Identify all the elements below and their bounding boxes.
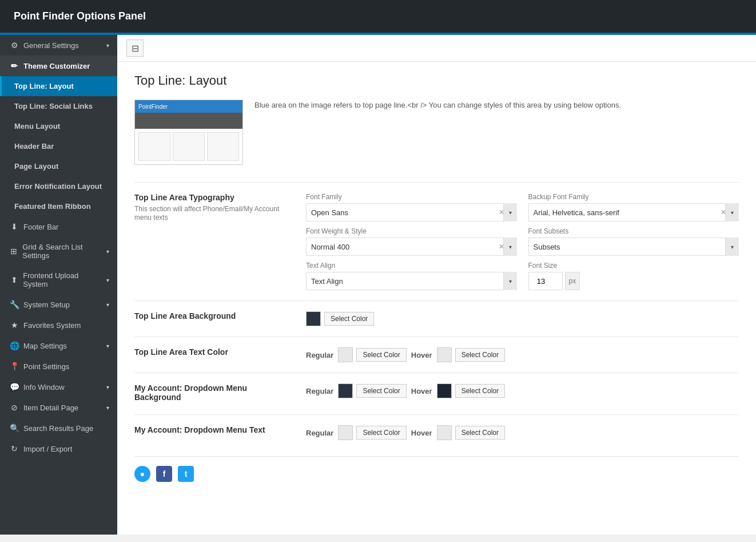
- footer-twitter-icon[interactable]: t: [178, 466, 194, 482]
- background-select-color-btn[interactable]: Select Color: [324, 312, 374, 326]
- sidebar-item-grid-search[interactable]: ⊞ Grid & Search List Settings ▾: [0, 237, 117, 266]
- font-family-clear[interactable]: ✕: [499, 208, 504, 216]
- font-subsets-select-wrapper: Subsets ▾: [528, 238, 739, 256]
- download-icon: ⬇: [10, 222, 19, 231]
- sidebar-item-map-settings[interactable]: 🌐 Map Settings ▾: [0, 335, 117, 356]
- dropdown-text-controls: Regular Select Color Hover Select Color: [306, 425, 739, 440]
- preview-content: [135, 129, 242, 164]
- font-subsets-select[interactable]: Subsets: [528, 238, 739, 256]
- background-color-row: Select Color: [306, 311, 739, 326]
- sidebar-item-label: Favorites System: [23, 321, 81, 330]
- font-family-select-wrapper: Open Sans ✕ ▾: [306, 203, 517, 221]
- sidebar-item-top-line-layout[interactable]: Top Line: Layout: [0, 76, 117, 96]
- sidebar: ⚙ General Settings ▾ ✏ Theme Customizer …: [0, 35, 117, 535]
- sidebar-item-search-results-page[interactable]: 🔍 Search Results Page: [0, 418, 117, 438]
- dropdown-bg-hover-label: Hover: [411, 387, 432, 395]
- background-controls: Select Color: [306, 311, 739, 326]
- preview-topbar: PointFinder: [135, 100, 242, 113]
- sidebar-item-label: Item Detail Page: [23, 403, 78, 412]
- sidebar-item-error-notification[interactable]: Error Notification Layout: [0, 176, 117, 196]
- text-color-title: Top Line Area Text Color: [134, 347, 295, 357]
- text-align-select-wrapper: Text Align ▾: [306, 272, 517, 290]
- background-color-btn[interactable]: Select Color: [306, 311, 374, 326]
- text-hover-select-btn[interactable]: Select Color: [455, 348, 505, 362]
- chevron-down-icon: ▾: [106, 248, 109, 255]
- sidebar-item-import-export[interactable]: ↻ Import / Export: [0, 438, 117, 459]
- font-family-select[interactable]: Open Sans: [306, 203, 517, 221]
- sidebar-item-label: Page Layout: [14, 162, 58, 171]
- sidebar-item-header-bar[interactable]: Header Bar: [0, 136, 117, 156]
- font-weight-clear[interactable]: ✕: [499, 243, 504, 251]
- dropdown-bg-hover-btn[interactable]: Select Color: [437, 383, 505, 398]
- chevron-down-icon: ▾: [106, 302, 109, 308]
- chat-icon: 💬: [10, 382, 19, 391]
- dropdown-bg-regular-label: Regular: [306, 387, 333, 395]
- gear-icon: ⚙: [10, 41, 19, 50]
- text-color-section: Top Line Area Text Color Regular Select …: [134, 337, 739, 373]
- pin-icon: 📍: [10, 362, 19, 371]
- font-size-input[interactable]: [528, 272, 563, 290]
- sidebar-item-label: Footer Bar: [23, 223, 58, 231]
- star-icon: ★: [10, 321, 19, 330]
- text-color-row: Regular Select Color Hover Select Color: [306, 347, 739, 362]
- sidebar-item-label: Featured Item Ribbon: [14, 202, 91, 211]
- text-align-group: Text Align Text Align ▾: [306, 262, 517, 290]
- dropdown-bg-regular-select-btn[interactable]: Select Color: [356, 384, 406, 398]
- sidebar-item-frontend-upload[interactable]: ⬆ Frontend Upload System ▾: [0, 266, 117, 294]
- sidebar-item-label: Header Bar: [14, 142, 54, 151]
- text-color-hover-btn[interactable]: Select Color: [437, 347, 505, 362]
- sidebar-item-label: Frontend Upload System: [23, 271, 102, 288]
- backup-font-clear[interactable]: ✕: [721, 208, 726, 216]
- footer-circle-icon[interactable]: ●: [134, 466, 150, 482]
- sidebar-item-general-settings[interactable]: ⚙ General Settings ▾: [0, 35, 117, 56]
- dropdown-bg-regular-btn[interactable]: Select Color: [338, 383, 406, 398]
- sidebar-item-page-layout[interactable]: Page Layout: [0, 156, 117, 176]
- chevron-down-icon: ▾: [106, 384, 109, 390]
- sidebar-item-footer-bar[interactable]: ⬇ Footer Bar: [0, 216, 117, 237]
- sidebar-item-point-settings[interactable]: 📍 Point Settings: [0, 356, 117, 377]
- text-regular-select-btn[interactable]: Select Color: [356, 348, 406, 362]
- backup-font-select[interactable]: Arial, Helvetica, sans-serif: [528, 203, 739, 221]
- circle-slash-icon: ⊘: [10, 403, 19, 412]
- main-panel: ⊟ Top Line: Layout PointFinder: [117, 35, 756, 535]
- sidebar-item-top-line-social[interactable]: Top Line: Social Links: [0, 96, 117, 116]
- typography-subtitle: This section will affect Phone/Email/My …: [134, 205, 279, 221]
- dropdown-text-regular-select-btn[interactable]: Select Color: [356, 426, 406, 440]
- sidebar-item-menu-layout[interactable]: Menu Layout: [0, 116, 117, 136]
- sidebar-item-system-setup[interactable]: 🔧 System Setup ▾: [0, 294, 117, 315]
- sidebar-item-label: Info Window: [23, 383, 65, 391]
- sidebar-item-label: Search Results Page: [23, 424, 93, 433]
- sidebar-item-label: System Setup: [23, 300, 70, 309]
- footer-facebook-icon[interactable]: f: [156, 466, 172, 482]
- sidebar-item-label: Point Settings: [23, 362, 69, 371]
- text-color-label: Top Line Area Text Color: [134, 347, 295, 359]
- background-color-swatch: [306, 311, 321, 326]
- app-title: Point Finder Options Panel: [14, 10, 146, 22]
- chevron-down-icon: ▾: [106, 42, 109, 49]
- text-color-controls: Regular Select Color Hover Select Color: [306, 347, 739, 362]
- sidebar-item-favorites-system[interactable]: ★ Favorites System: [0, 315, 117, 335]
- text-align-select[interactable]: Text Align: [306, 272, 517, 290]
- sidebar-item-label: Grid & Search List Settings: [22, 243, 102, 260]
- backup-font-label: Backup Font Family: [528, 193, 739, 201]
- sidebar-item-label: Top Line: Layout: [14, 82, 74, 90]
- preview-card-2: [173, 132, 205, 161]
- dropdown-text-regular-btn[interactable]: Select Color: [338, 425, 406, 440]
- text-color-regular-btn[interactable]: Select Color: [338, 347, 406, 362]
- dropdown-bg-hover-select-btn[interactable]: Select Color: [455, 384, 505, 398]
- sidebar-item-theme-customizer[interactable]: ✏ Theme Customizer: [0, 56, 117, 76]
- chevron-down-icon: ▾: [106, 343, 109, 349]
- dropdown-text-hover-select-btn[interactable]: Select Color: [455, 426, 505, 440]
- preview-menu: [135, 113, 242, 129]
- font-subsets-group: Font Subsets Subsets ▾: [528, 227, 739, 256]
- font-weight-select[interactable]: Normal 400: [306, 238, 517, 256]
- dropdown-bg-section: My Account: Dropdown Menu Background Reg…: [134, 373, 739, 414]
- sidebar-item-info-window[interactable]: 💬 Info Window ▾: [0, 377, 117, 397]
- sidebar-item-item-detail-page[interactable]: ⊘ Item Detail Page ▾: [0, 397, 117, 418]
- grid-view-button[interactable]: ⊟: [126, 39, 144, 57]
- sidebar-item-featured-item-ribbon[interactable]: Featured Item Ribbon: [0, 196, 117, 216]
- backup-font-group: Backup Font Family Arial, Helvetica, san…: [528, 193, 739, 221]
- typography-title: Top Line Area Typography: [134, 193, 295, 202]
- dropdown-text-hover-btn[interactable]: Select Color: [437, 425, 505, 440]
- sidebar-item-label: Menu Layout: [14, 122, 60, 130]
